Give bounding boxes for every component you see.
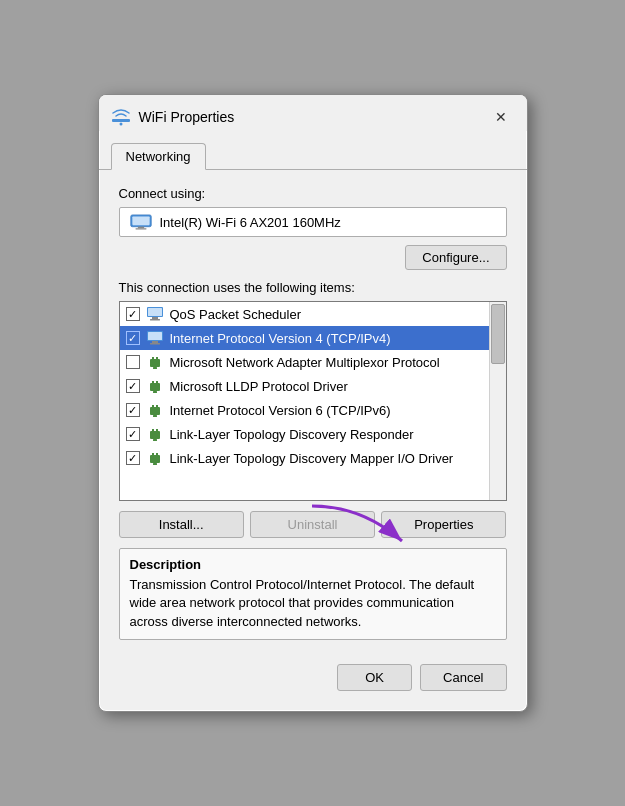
list-item[interactable]: Internet Protocol Version 6 (TCP/IPv6) xyxy=(120,398,506,422)
svg-rect-14 xyxy=(150,359,160,367)
ok-button[interactable]: OK xyxy=(337,664,412,691)
list-item-label: Link-Layer Topology Discovery Responder xyxy=(170,427,414,442)
uninstall-button[interactable]: Uninstall xyxy=(250,511,375,538)
svg-rect-27 xyxy=(152,429,154,432)
svg-rect-28 xyxy=(156,429,158,432)
svg-rect-19 xyxy=(152,381,154,384)
svg-rect-32 xyxy=(156,453,158,456)
adapter-name: Intel(R) Wi-Fi 6 AX201 160MHz xyxy=(160,215,341,230)
dialog-content: Connect using: Intel(R) Wi-Fi 6 AX201 16… xyxy=(99,170,527,711)
items-wrapper: QoS Packet Scheduler Internet Protocol V… xyxy=(119,301,507,501)
description-box: Description Transmission Control Protoco… xyxy=(119,548,507,640)
svg-rect-26 xyxy=(150,431,160,439)
svg-rect-21 xyxy=(153,391,157,393)
list-item[interactable]: Microsoft Network Adapter Multiplexor Pr… xyxy=(120,350,506,374)
list-item-icon xyxy=(146,401,164,419)
list-item-icon xyxy=(146,305,164,323)
svg-rect-5 xyxy=(132,217,149,226)
wifi-icon xyxy=(111,107,131,127)
title-bar: WiFi Properties ✕ xyxy=(99,95,527,131)
list-item[interactable]: Link-Layer Topology Discovery Mapper I/O… xyxy=(120,446,506,470)
svg-rect-29 xyxy=(153,439,157,441)
list-item[interactable]: QoS Packet Scheduler xyxy=(120,302,506,326)
svg-rect-11 xyxy=(152,341,158,343)
scrollbar-thumb[interactable] xyxy=(491,304,505,364)
action-buttons: Install... Uninstall Properties xyxy=(119,511,507,538)
svg-rect-31 xyxy=(152,453,154,456)
svg-rect-12 xyxy=(150,343,160,345)
svg-rect-30 xyxy=(150,455,160,463)
list-item-label: Microsoft Network Adapter Multiplexor Pr… xyxy=(170,355,440,370)
svg-rect-15 xyxy=(152,357,154,360)
list-item[interactable]: Microsoft LLDP Protocol Driver xyxy=(120,374,506,398)
list-item-icon xyxy=(146,449,164,467)
svg-rect-13 xyxy=(148,332,162,340)
list-item-label: QoS Packet Scheduler xyxy=(170,307,302,322)
items-label: This connection uses the following items… xyxy=(119,280,507,295)
list-item-checkbox[interactable] xyxy=(126,331,140,345)
list-item-icon xyxy=(146,425,164,443)
list-item-checkbox[interactable] xyxy=(126,427,140,441)
description-text: Transmission Control Protocol/Internet P… xyxy=(130,576,496,631)
list-item-label: Microsoft LLDP Protocol Driver xyxy=(170,379,348,394)
items-list[interactable]: QoS Packet Scheduler Internet Protocol V… xyxy=(119,301,507,501)
list-item-checkbox[interactable] xyxy=(126,451,140,465)
svg-rect-3 xyxy=(137,227,143,229)
dialog-title: WiFi Properties xyxy=(139,109,235,125)
tab-networking[interactable]: Networking xyxy=(111,143,206,170)
list-item-label: Link-Layer Topology Discovery Mapper I/O… xyxy=(170,451,454,466)
list-item[interactable]: Link-Layer Topology Discovery Responder xyxy=(120,422,506,446)
list-item-icon xyxy=(146,377,164,395)
list-item-label: Internet Protocol Version 4 (TCP/IPv4) xyxy=(170,331,391,346)
svg-rect-22 xyxy=(150,407,160,415)
svg-rect-7 xyxy=(152,317,158,319)
scrollbar-track[interactable] xyxy=(489,302,506,500)
ok-cancel-row: OK Cancel xyxy=(119,656,507,695)
configure-button[interactable]: Configure... xyxy=(405,245,506,270)
list-item-icon xyxy=(146,353,164,371)
title-bar-left: WiFi Properties xyxy=(111,107,235,127)
svg-rect-16 xyxy=(156,357,158,360)
list-item[interactable]: Internet Protocol Version 4 (TCP/IPv4) xyxy=(120,326,506,350)
description-title: Description xyxy=(130,557,496,572)
wifi-properties-dialog: WiFi Properties ✕ Networking Connect usi… xyxy=(98,94,528,712)
svg-rect-0 xyxy=(112,119,130,122)
list-item-checkbox[interactable] xyxy=(126,403,140,417)
adapter-icon xyxy=(130,214,152,230)
connect-using-label: Connect using: xyxy=(119,186,507,201)
svg-rect-24 xyxy=(156,405,158,408)
svg-rect-18 xyxy=(150,383,160,391)
tabs-bar: Networking xyxy=(99,135,527,170)
close-button[interactable]: ✕ xyxy=(487,103,515,131)
list-item-checkbox[interactable] xyxy=(126,307,140,321)
svg-rect-23 xyxy=(152,405,154,408)
list-item-icon xyxy=(146,329,164,347)
svg-rect-4 xyxy=(135,229,146,230)
cancel-button[interactable]: Cancel xyxy=(420,664,506,691)
svg-rect-20 xyxy=(156,381,158,384)
svg-rect-17 xyxy=(153,367,157,369)
svg-rect-8 xyxy=(150,319,160,321)
properties-button[interactable]: Properties xyxy=(381,511,506,538)
svg-rect-33 xyxy=(153,463,157,465)
svg-rect-9 xyxy=(148,308,162,316)
svg-point-1 xyxy=(119,123,122,126)
adapter-box: Intel(R) Wi-Fi 6 AX201 160MHz xyxy=(119,207,507,237)
svg-rect-25 xyxy=(153,415,157,417)
install-button[interactable]: Install... xyxy=(119,511,244,538)
list-item-label: Internet Protocol Version 6 (TCP/IPv6) xyxy=(170,403,391,418)
list-item-checkbox[interactable] xyxy=(126,379,140,393)
list-item-checkbox[interactable] xyxy=(126,355,140,369)
configure-row: Configure... xyxy=(119,245,507,270)
